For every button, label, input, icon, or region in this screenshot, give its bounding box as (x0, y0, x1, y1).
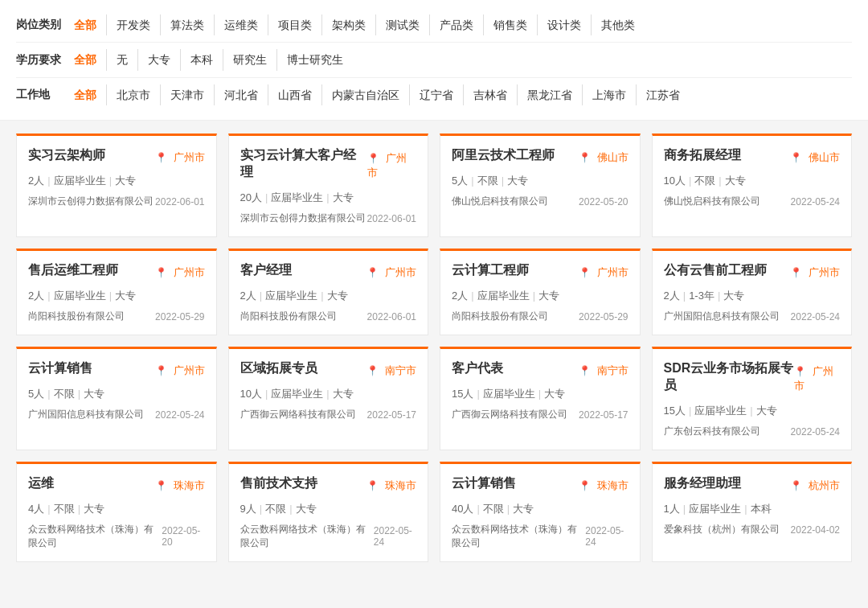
filter-option-college[interactable]: 大专 (138, 49, 181, 70)
job-location-text: 广州市 (174, 364, 205, 376)
filter-option-beijing[interactable]: 北京市 (107, 84, 161, 105)
education: 大专 (507, 175, 528, 187)
filter-option-other[interactable]: 其他类 (592, 14, 645, 35)
job-title: 客户代表 (452, 360, 503, 377)
company-name: 广西御云网络科技有限公司 (240, 408, 356, 421)
education: 大专 (84, 388, 104, 400)
job-location: 📍 珠海市 (155, 479, 205, 493)
job-card[interactable]: 公有云售前工程师 📍 广州市 2人|1-3年|大专 广州国阳信息科技有限公司 2… (652, 249, 853, 335)
headcount: 2人 (452, 290, 468, 302)
job-tags: 10人|应届毕业生|大专 (240, 387, 417, 401)
filter-option-ops[interactable]: 运维类 (215, 14, 268, 35)
category-label: 岗位类别 (16, 18, 64, 32)
location-icon: 📍 (366, 365, 379, 376)
filter-option-all[interactable]: 全部 (64, 49, 107, 70)
job-title: 阿里云技术工程师 (452, 147, 555, 164)
experience: 不限 (483, 503, 504, 515)
job-footer: 广东创云科技有限公司 2022-05-24 (664, 425, 841, 438)
filter-option-all[interactable]: 全部 (64, 84, 107, 105)
company-name: 众云数科网络技术（珠海）有限公司 (28, 523, 162, 550)
filter-option-bachelor[interactable]: 本科 (181, 49, 223, 70)
job-location-text: 佛山市 (597, 151, 628, 163)
job-card[interactable]: 云计算销售 📍 广州市 5人|不限|大专 广州国阳信息科技有限公司 2022-0… (16, 347, 217, 450)
job-location-text: 珠海市 (385, 479, 416, 491)
filter-option-arch[interactable]: 架构类 (322, 14, 376, 35)
filter-option-algo[interactable]: 算法类 (161, 14, 215, 35)
filter-option-phd[interactable]: 博士研究生 (277, 49, 353, 70)
filter-option-design[interactable]: 设计类 (538, 14, 592, 35)
job-card[interactable]: 售后运维工程师 📍 广州市 2人|应届毕业生|大专 尚阳科技股份有限公司 202… (16, 249, 217, 335)
job-tags: 40人|不限|大专 (452, 502, 628, 516)
job-footer: 佛山悦启科技有限公司 2022-05-20 (452, 195, 628, 208)
filter-option-neimenggu[interactable]: 内蒙古自治区 (322, 84, 410, 105)
category-options: 全部开发类算法类运维类项目类架构类测试类产品类销售类设计类其他类 (64, 14, 645, 35)
filter-option-tianjin[interactable]: 天津市 (161, 84, 215, 105)
job-card[interactable]: 实习云计算大客户经理 📍 广州市 20人|应届毕业生|大专 深圳市云创得力数据有… (228, 134, 429, 237)
job-footer: 众云数科网络技术（珠海）有限公司 2022-05-24 (452, 523, 628, 550)
job-card[interactable]: 客户经理 📍 广州市 2人|应届毕业生|大专 尚阳科技股份有限公司 2022-0… (228, 249, 429, 335)
filter-option-jilin[interactable]: 吉林省 (464, 84, 518, 105)
job-title: 云计算销售 (452, 475, 516, 492)
job-card[interactable]: 服务经理助理 📍 杭州市 1人|应届毕业生|本科 爱象科技（杭州）有限公司 20… (652, 462, 853, 562)
education: 大专 (333, 388, 354, 400)
job-card[interactable]: 运维 📍 珠海市 4人|不限|大专 众云数科网络技术（珠海）有限公司 2022-… (16, 462, 217, 562)
filter-option-hebei[interactable]: 河北省 (215, 84, 268, 105)
job-title: 服务经理助理 (664, 475, 741, 492)
location-icon: 📍 (367, 153, 379, 164)
filter-option-master[interactable]: 研究生 (223, 49, 277, 70)
job-card[interactable]: 云计算销售 📍 珠海市 40人|不限|大专 众云数科网络技术（珠海）有限公司 2… (440, 462, 641, 562)
company-name: 尚阳科技股份有限公司 (452, 310, 548, 323)
job-card[interactable]: 商务拓展经理 📍 佛山市 10人|不限|大专 佛山悦启科技有限公司 2022-0… (652, 134, 853, 237)
job-location: 📍 杭州市 (790, 479, 840, 493)
job-tags: 4人|不限|大专 (28, 502, 205, 516)
job-tags: 2人|1-3年|大专 (664, 289, 841, 303)
filter-option-shanghai[interactable]: 上海市 (583, 84, 637, 105)
job-tags: 5人|不限|大专 (452, 174, 628, 188)
filter-option-proj[interactable]: 项目类 (268, 14, 322, 35)
job-card[interactable]: 实习云架构师 📍 广州市 2人|应届毕业生|大专 深圳市云创得力数据有限公司 2… (16, 134, 217, 237)
location-icon: 📍 (579, 365, 591, 376)
headcount: 5人 (452, 175, 468, 187)
job-tags: 2人|应届毕业生|大专 (28, 174, 205, 188)
education-label: 学历要求 (16, 53, 64, 68)
filter-option-heilongjiang[interactable]: 黑龙江省 (518, 84, 583, 105)
filter-option-none[interactable]: 无 (107, 49, 138, 70)
experience: 应届毕业生 (477, 290, 530, 302)
headcount: 15人 (664, 405, 686, 417)
post-date: 2022-06-01 (155, 196, 204, 207)
job-title-row: 区域拓展专员 📍 南宁市 (240, 360, 417, 380)
job-location: 📍 广州市 (155, 265, 205, 280)
filter-option-sales[interactable]: 销售类 (484, 14, 538, 35)
filter-option-liaoning[interactable]: 辽宁省 (410, 84, 464, 105)
job-card[interactable]: 阿里云技术工程师 📍 佛山市 5人|不限|大专 佛山悦启科技有限公司 2022-… (440, 134, 641, 237)
job-title-row: 云计算销售 📍 珠海市 (452, 475, 628, 495)
job-footer: 众云数科网络技术（珠海）有限公司 2022-05-24 (240, 523, 417, 550)
job-card[interactable]: 客户代表 📍 南宁市 15人|应届毕业生|大专 广西御云网络科技有限公司 202… (440, 347, 641, 450)
job-location: 📍 广州市 (790, 265, 840, 280)
job-card[interactable]: 售前技术支持 📍 珠海市 9人|不限|大专 众云数科网络技术（珠海）有限公司 2… (228, 462, 429, 562)
post-date: 2022-05-29 (155, 311, 204, 322)
post-date: 2022-05-20 (162, 525, 204, 548)
location-icon: 📍 (790, 267, 802, 278)
headcount: 10人 (664, 175, 686, 187)
job-tags: 10人|不限|大专 (664, 174, 841, 188)
filter-option-shanxi[interactable]: 山西省 (268, 84, 322, 105)
job-card[interactable]: 区域拓展专员 📍 南宁市 10人|应届毕业生|大专 广西御云网络科技有限公司 2… (228, 347, 429, 450)
job-location-text: 珠海市 (174, 479, 205, 491)
job-title-row: SDR云业务市场拓展专员 📍 广州市 (664, 360, 841, 397)
job-card[interactable]: SDR云业务市场拓展专员 📍 广州市 15人|应届毕业生|大专 广东创云科技有限… (652, 347, 853, 450)
job-card[interactable]: 云计算工程师 📍 广州市 2人|应届毕业生|大专 尚阳科技股份有限公司 2022… (440, 249, 641, 335)
filter-option-dev[interactable]: 开发类 (107, 14, 161, 35)
location-icon: 📍 (579, 480, 591, 491)
job-footer: 爱象科技（杭州）有限公司 2022-04-02 (664, 523, 841, 536)
filter-option-prod[interactable]: 产品类 (430, 14, 484, 35)
filter-option-jiangsu[interactable]: 江苏省 (637, 84, 690, 105)
company-name: 深圳市云创得力数据有限公司 (28, 195, 154, 208)
filter-option-test[interactable]: 测试类 (376, 14, 430, 35)
job-tags: 2人|应届毕业生|大专 (240, 289, 417, 303)
company-name: 尚阳科技股份有限公司 (28, 310, 125, 323)
job-tags: 9人|不限|大专 (240, 502, 417, 516)
filter-option-all[interactable]: 全部 (64, 14, 107, 35)
location-options: 全部北京市天津市河北省山西省内蒙古自治区辽宁省吉林省黑龙江省上海市江苏省 (64, 84, 690, 105)
post-date: 2022-05-24 (791, 196, 840, 207)
